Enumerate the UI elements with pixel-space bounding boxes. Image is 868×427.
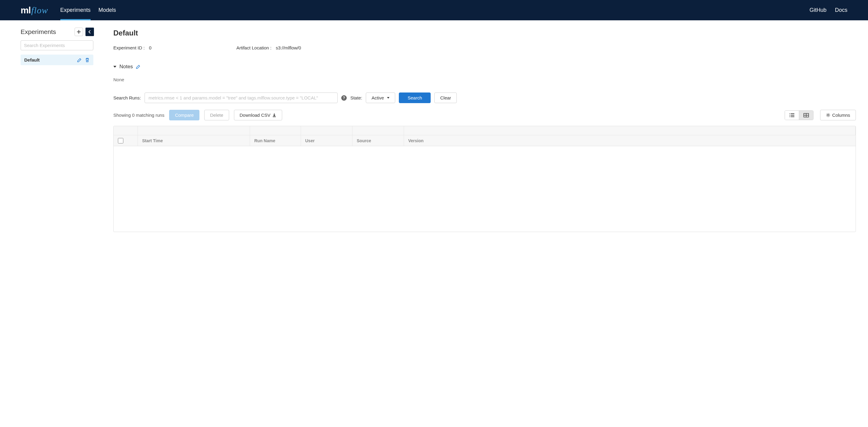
delete-button[interactable]: Delete	[204, 110, 229, 120]
group-cell	[404, 126, 856, 135]
sidebar-header: Experiments	[21, 28, 94, 36]
artifact-location-value: s3://mlflow/0	[276, 45, 301, 50]
trash-icon[interactable]	[85, 58, 90, 62]
group-cell	[301, 126, 352, 135]
caret-down-icon	[387, 97, 390, 98]
view-toggle	[785, 110, 813, 120]
nav-links: Experiments Models	[60, 0, 116, 20]
columns-label: Columns	[832, 113, 850, 118]
grid-view-button[interactable]	[799, 111, 813, 120]
grid-icon	[803, 113, 809, 117]
chevron-left-icon	[88, 30, 91, 34]
notes-header[interactable]: Notes	[113, 64, 856, 70]
search-row: Search Runs: ? State: Active Search Clea…	[113, 92, 856, 103]
topbar: ml flow Experiments Models GitHub Docs	[0, 0, 868, 20]
experiment-id-label: Experiment ID :	[113, 45, 145, 50]
download-icon	[272, 113, 276, 117]
download-csv-label: Download CSV	[240, 113, 271, 118]
caret-down-icon	[113, 66, 116, 68]
plus-icon	[77, 30, 81, 34]
notes-content: None	[113, 77, 856, 82]
experiment-item-default[interactable]: Default	[21, 55, 93, 65]
search-runs-label: Search Runs:	[113, 95, 141, 101]
experiment-id-value: 0	[149, 45, 152, 50]
edit-icon[interactable]	[77, 58, 82, 62]
group-cell	[352, 126, 404, 135]
add-experiment-button[interactable]	[74, 28, 83, 36]
table-group-header	[114, 126, 856, 135]
group-cell	[114, 126, 138, 135]
sidebar-actions	[74, 28, 94, 36]
nav-docs[interactable]: Docs	[835, 7, 847, 13]
logo[interactable]: ml flow	[21, 5, 48, 16]
table-header-row: Start Time Run Name User Source Version	[114, 135, 856, 146]
col-start-time[interactable]: Start Time	[138, 135, 250, 146]
sidebar-title: Experiments	[21, 28, 56, 35]
select-all-cell	[114, 135, 138, 146]
results-summary: Showing 0 matching runs	[113, 113, 164, 118]
group-cell	[138, 126, 250, 135]
logo-ml-text: ml	[21, 5, 31, 16]
svg-point-1	[827, 114, 829, 116]
col-version[interactable]: Version	[404, 135, 856, 146]
experiment-item-label: Default	[24, 57, 40, 62]
topbar-left: ml flow Experiments Models	[21, 0, 116, 20]
runs-table: Start Time Run Name User Source Version	[113, 126, 856, 232]
nav-experiments[interactable]: Experiments	[60, 0, 91, 20]
actions-left: Showing 0 matching runs Compare Delete D…	[113, 110, 282, 120]
state-dropdown[interactable]: Active	[366, 92, 395, 103]
topbar-right: GitHub Docs	[809, 7, 847, 13]
page-title: Default	[113, 29, 856, 37]
state-label: State:	[350, 95, 362, 101]
meta-row: Experiment ID : 0 Artifact Location : s3…	[113, 45, 856, 50]
actions-right: Columns	[785, 110, 856, 120]
col-user[interactable]: User	[301, 135, 352, 146]
gear-icon	[826, 113, 830, 117]
col-source[interactable]: Source	[352, 135, 404, 146]
help-icon[interactable]: ?	[341, 95, 347, 101]
columns-button[interactable]: Columns	[820, 110, 856, 120]
list-icon	[789, 113, 795, 117]
actions-row: Showing 0 matching runs Compare Delete D…	[113, 110, 856, 120]
logo-flow-text: flow	[31, 5, 48, 16]
clear-button[interactable]: Clear	[434, 92, 457, 103]
search-button[interactable]: Search	[399, 92, 431, 103]
nav-models[interactable]: Models	[98, 0, 116, 20]
compare-button[interactable]: Compare	[169, 110, 199, 120]
main: Experiments Default Default	[0, 20, 868, 232]
sidebar: Experiments Default	[0, 20, 94, 232]
experiment-item-actions	[77, 58, 90, 62]
download-csv-button[interactable]: Download CSV	[234, 110, 282, 120]
nav-github[interactable]: GitHub	[809, 7, 827, 13]
col-run-name[interactable]: Run Name	[250, 135, 301, 146]
experiment-id: Experiment ID : 0	[113, 45, 152, 50]
content: Default Experiment ID : 0 Artifact Locat…	[94, 20, 868, 232]
notes-label: Notes	[119, 64, 133, 70]
state-dropdown-value: Active	[372, 95, 384, 101]
edit-notes-icon[interactable]	[136, 64, 141, 69]
search-experiments-input[interactable]	[21, 40, 93, 50]
artifact-location: Artifact Location : s3://mlflow/0	[237, 45, 301, 50]
search-runs-input[interactable]	[145, 92, 338, 103]
list-view-button[interactable]	[785, 111, 799, 120]
experiment-list: Default	[21, 55, 94, 65]
select-all-checkbox[interactable]	[118, 138, 123, 143]
group-cell	[250, 126, 301, 135]
artifact-location-label: Artifact Location :	[237, 45, 272, 50]
collapse-sidebar-button[interactable]	[86, 28, 94, 36]
